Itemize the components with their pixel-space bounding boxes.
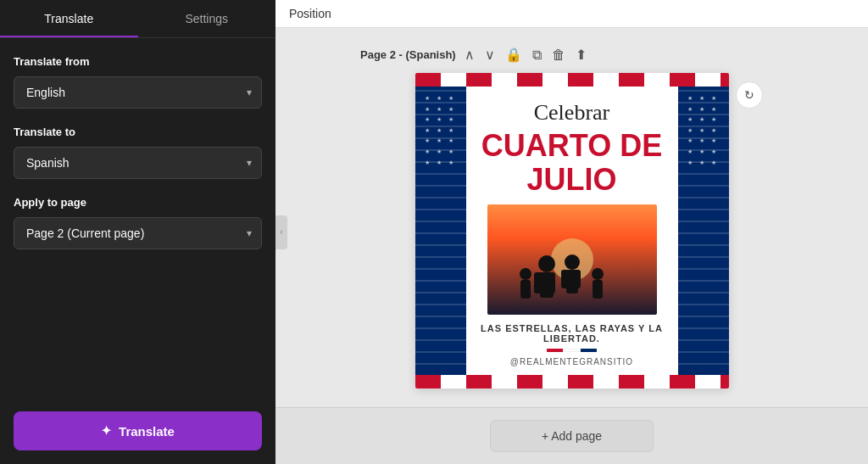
stripe-red [547, 349, 563, 352]
tab-translate[interactable]: Translate [0, 0, 138, 37]
page-up-button[interactable]: ∧ [461, 45, 478, 64]
translate-to-wrapper: Spanish French German Italian Portuguese… [14, 147, 262, 179]
flag-bottom-stripes [415, 375, 729, 389]
flag-left-side: ★ ★ ★★ ★ ★★ ★ ★★ ★ ★★ ★ ★★ ★ ★★ ★ ★ [415, 87, 466, 375]
translate-from-select[interactable]: English French German Italian Portuguese [14, 76, 262, 109]
main-title-line2: JULIO [481, 163, 662, 197]
stripe-blue [581, 349, 597, 352]
svg-point-4 [565, 254, 580, 270]
flag-top-stripes [415, 73, 729, 87]
copy-button[interactable]: ⧉ [529, 46, 545, 64]
apply-to-wrapper: Page 1 Page 2 (Current page) Page 3 All … [14, 217, 262, 249]
svg-rect-7 [573, 270, 581, 288]
translate-icon: ✦ [101, 423, 112, 439]
svg-point-8 [520, 268, 531, 280]
photo-area [487, 204, 657, 315]
page-title: Page 2 - (Spanish) [360, 48, 456, 61]
stripe-white [563, 349, 581, 352]
stars-right: ★ ★ ★★ ★ ★★ ★ ★★ ★ ★★ ★ ★★ ★ ★★ ★ ★ [678, 93, 729, 168]
toolbar-position-label: Position [289, 7, 331, 20]
flag-right-side: ★ ★ ★★ ★ ★★ ★ ★★ ★ ★★ ★ ★★ ★ ★★ ★ ★ [678, 87, 729, 375]
svg-point-10 [592, 268, 604, 280]
translate-btn-label: Translate [119, 424, 175, 439]
refresh-button[interactable]: ↻ [736, 81, 763, 109]
canvas-wrapper: ↻ ★ ★ ★★ ★ ★★ ★ ★★ ★ ★★ ★ ★★ ★ ★★ ★ ★ [415, 73, 729, 389]
tab-settings[interactable]: Settings [138, 0, 276, 37]
social-handle: @REALMENTEGRANSITIO [510, 357, 633, 366]
stripe-bar [547, 349, 598, 352]
cursive-title: Celebrar [534, 100, 610, 126]
panel-content: Translate from English French German Ita… [0, 38, 275, 411]
caption-text: LAS ESTRELLAS, LAS RAYAS Y LA LIBERTAD. [475, 323, 670, 344]
refresh-icon: ↻ [744, 88, 754, 102]
translate-to-label: Translate to [14, 126, 262, 138]
svg-rect-6 [561, 270, 569, 288]
translate-from-wrapper: English French German Italian Portuguese… [14, 76, 262, 109]
page-header: Page 2 - (Spanish) ∧ ∨ 🔒 ⧉ 🗑 ⬆ [360, 45, 590, 64]
translate-button[interactable]: ✦ Translate [14, 411, 262, 450]
lock-button[interactable]: 🔒 [502, 45, 526, 64]
svg-rect-9 [520, 280, 531, 299]
page-down-button[interactable]: ∨ [481, 45, 498, 64]
stars-left: ★ ★ ★★ ★ ★★ ★ ★★ ★ ★★ ★ ★★ ★ ★★ ★ ★ [415, 93, 466, 168]
card-body: ★ ★ ★★ ★ ★★ ★ ★★ ★ ★★ ★ ★★ ★ ★★ ★ ★ Cele… [415, 87, 729, 375]
export-button[interactable]: ⬆ [572, 45, 590, 64]
right-toolbar: Position [275, 0, 868, 28]
family-silhouette [487, 247, 657, 315]
main-title-line1: CUARTO DE [481, 129, 662, 163]
svg-rect-11 [593, 280, 603, 299]
main-title: CUARTO DE JULIO [481, 129, 662, 196]
add-page-bar: + Add page [275, 407, 868, 464]
svg-point-0 [538, 255, 555, 272]
apply-to-select[interactable]: Page 1 Page 2 (Current page) Page 3 All … [14, 217, 262, 249]
tab-bar: Translate Settings [0, 0, 275, 38]
svg-rect-2 [534, 272, 542, 293]
delete-button[interactable]: 🗑 [548, 46, 569, 64]
design-card[interactable]: ★ ★ ★★ ★ ★★ ★ ★★ ★ ★★ ★ ★★ ★ ★★ ★ ★ Cele… [415, 73, 729, 389]
canvas-area: Page 2 - (Spanish) ∧ ∨ 🔒 ⧉ 🗑 ⬆ ↻ [275, 28, 868, 407]
page-actions: ∧ ∨ 🔒 ⧉ 🗑 ⬆ [461, 45, 590, 64]
svg-rect-3 [547, 272, 555, 293]
translate-to-select[interactable]: Spanish French German Italian Portuguese [14, 147, 262, 179]
card-center: Celebrar CUARTO DE JULIO [466, 87, 678, 375]
left-panel: Translate Settings Translate from Englis… [0, 0, 275, 464]
translate-from-label: Translate from [14, 55, 262, 68]
right-panel: Position Page 2 - (Spanish) ∧ ∨ 🔒 ⧉ 🗑 ⬆ … [275, 0, 868, 464]
collapse-handle[interactable]: ‹ [275, 215, 287, 249]
add-page-button[interactable]: + Add page [490, 420, 654, 452]
apply-to-label: Apply to page [14, 196, 262, 209]
